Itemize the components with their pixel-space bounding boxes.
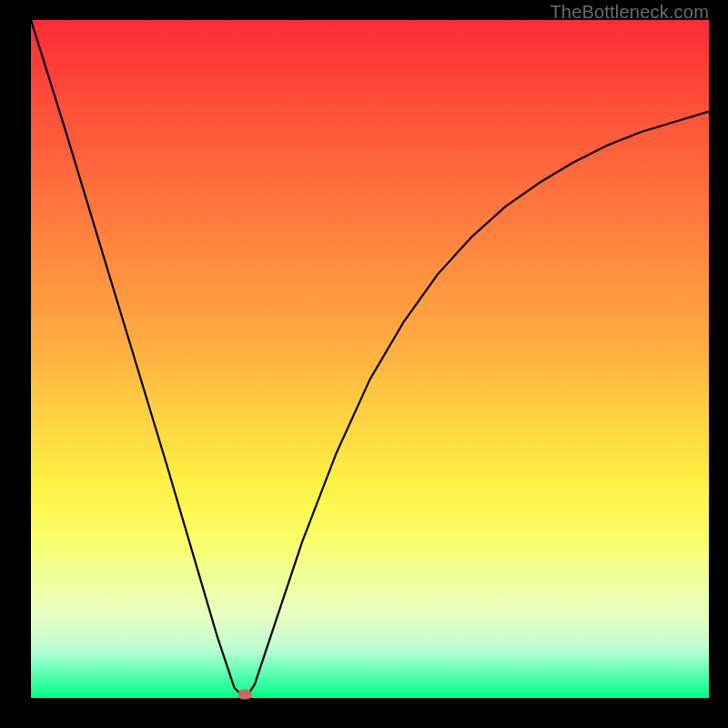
bottleneck-curve bbox=[31, 20, 709, 694]
curve-svg bbox=[31, 20, 709, 698]
plot-area bbox=[31, 20, 709, 698]
optimal-point-marker bbox=[238, 690, 251, 700]
chart-frame: TheBottleneck.com bbox=[0, 0, 728, 728]
